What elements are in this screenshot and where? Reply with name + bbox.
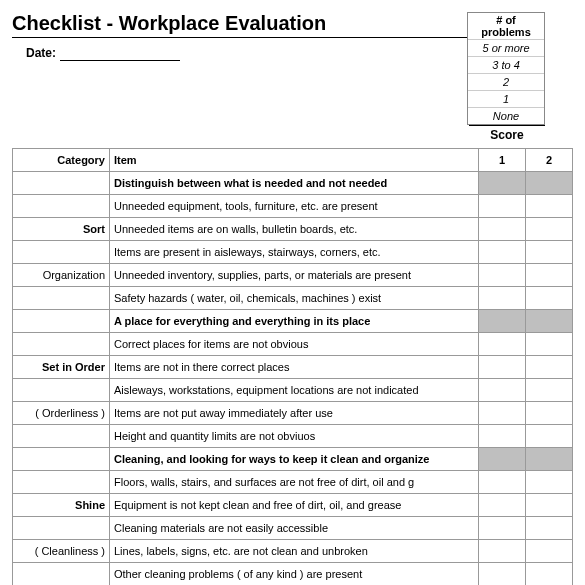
score-cell[interactable] (479, 471, 526, 494)
score-cell[interactable] (526, 540, 573, 563)
score-cell[interactable] (526, 563, 573, 585)
date-label: Date: (12, 46, 60, 60)
score-cell[interactable] (479, 448, 526, 471)
score-cell[interactable] (479, 379, 526, 402)
score-cell[interactable] (479, 195, 526, 218)
problems-header: # of problems (468, 13, 544, 40)
score-cell[interactable] (479, 287, 526, 310)
category-cell (13, 563, 110, 585)
score-cell[interactable] (479, 333, 526, 356)
score-cell[interactable] (526, 471, 573, 494)
item-cell: Correct places for items are not obvious (110, 333, 479, 356)
section-header: Distinguish between what is needed and n… (110, 172, 479, 195)
score-cell[interactable] (479, 402, 526, 425)
score-cell[interactable] (526, 517, 573, 540)
category-cell (13, 379, 110, 402)
score-cell[interactable] (479, 494, 526, 517)
category-cell (13, 195, 110, 218)
item-cell: Unneeded items are on walls, bulletin bo… (110, 218, 479, 241)
item-cell: Unneeded equipment, tools, furniture, et… (110, 195, 479, 218)
problems-box: # of problems 5 or more 3 to 4 2 1 None (467, 12, 545, 125)
score-cell[interactable] (526, 425, 573, 448)
category-cell: ( Cleanliness ) (13, 540, 110, 563)
header-category: Category (13, 149, 110, 172)
title-underline (12, 37, 467, 38)
category-cell (13, 172, 110, 195)
category-cell (13, 310, 110, 333)
item-cell: Height and quantity limits are not obviu… (110, 425, 479, 448)
category-cell (13, 241, 110, 264)
score-cell[interactable] (526, 310, 573, 333)
category-cell: Organization (13, 264, 110, 287)
item-cell: Other cleaning problems ( of any kind ) … (110, 563, 479, 585)
item-cell: Items are present in aisleways, stairway… (110, 241, 479, 264)
item-cell: Items are not in there correct places (110, 356, 479, 379)
section-header: A place for everything and everything in… (110, 310, 479, 333)
category-cell (13, 287, 110, 310)
date-input[interactable] (60, 44, 180, 61)
category-cell (13, 425, 110, 448)
score-cell[interactable] (479, 172, 526, 195)
item-cell: Unneeded inventory, supplies, parts, or … (110, 264, 479, 287)
category-cell (13, 333, 110, 356)
score-cell[interactable] (526, 218, 573, 241)
category-cell (13, 448, 110, 471)
score-cell[interactable] (479, 218, 526, 241)
score-cell[interactable] (526, 379, 573, 402)
score-label: Score (469, 125, 545, 144)
problems-level: None (468, 108, 544, 124)
problems-level: 5 or more (468, 40, 544, 57)
header-score-1: 1 (479, 149, 526, 172)
score-cell[interactable] (526, 287, 573, 310)
score-cell[interactable] (479, 517, 526, 540)
score-cell[interactable] (479, 425, 526, 448)
category-cell: ( Orderliness ) (13, 402, 110, 425)
score-cell[interactable] (526, 195, 573, 218)
score-cell[interactable] (526, 356, 573, 379)
problems-level: 3 to 4 (468, 57, 544, 74)
category-cell: Shine (13, 494, 110, 517)
item-cell: Aisleways, workstations, equipment locat… (110, 379, 479, 402)
evaluation-table: Category Item 1 2 Distinguish between wh… (12, 148, 573, 585)
category-cell: Set in Order (13, 356, 110, 379)
section-header: Cleaning, and looking for ways to keep i… (110, 448, 479, 471)
item-cell: Floors, walls, stairs, and surfaces are … (110, 471, 479, 494)
item-cell: Equipment is not kept clean and free of … (110, 494, 479, 517)
category-cell (13, 517, 110, 540)
category-cell (13, 471, 110, 494)
score-cell[interactable] (526, 333, 573, 356)
item-cell: Items are not put away immediately after… (110, 402, 479, 425)
score-cell[interactable] (526, 402, 573, 425)
score-cell[interactable] (479, 356, 526, 379)
problems-level: 2 (468, 74, 544, 91)
score-cell[interactable] (526, 494, 573, 517)
score-cell[interactable] (479, 563, 526, 585)
category-cell: Sort (13, 218, 110, 241)
score-cell[interactable] (479, 310, 526, 333)
header-score-2: 2 (526, 149, 573, 172)
header-item: Item (110, 149, 479, 172)
score-cell[interactable] (479, 241, 526, 264)
score-cell[interactable] (526, 448, 573, 471)
score-cell[interactable] (526, 241, 573, 264)
score-cell[interactable] (479, 264, 526, 287)
page-title: Checklist - Workplace Evaluation (12, 12, 467, 37)
item-cell: Cleaning materials are not easily access… (110, 517, 479, 540)
score-cell[interactable] (526, 172, 573, 195)
item-cell: Safety hazards ( water, oil, chemicals, … (110, 287, 479, 310)
score-cell[interactable] (479, 540, 526, 563)
problems-level: 1 (468, 91, 544, 108)
item-cell: Lines, labels, signs, etc. are not clean… (110, 540, 479, 563)
score-cell[interactable] (526, 264, 573, 287)
